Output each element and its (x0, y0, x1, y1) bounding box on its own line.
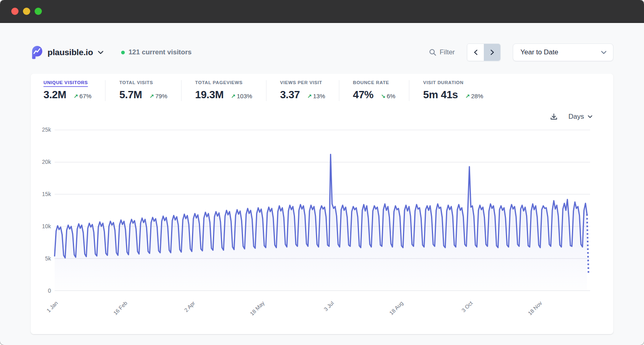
stat-label: VISIT DURATION (423, 80, 483, 85)
stat-change: 67% (79, 93, 91, 99)
partial-day-dotted-line (587, 214, 588, 274)
visitors-chart[interactable]: 05k10k15k20k25k 1 Jan16 Feb2 Apr18 May3 … (31, 124, 613, 325)
current-visitors[interactable]: 121 current visitors (121, 48, 192, 56)
stat-views-per-visit[interactable]: VIEWS PER VISIT 3.37 ↗13% (266, 80, 339, 101)
svg-text:18 Aug: 18 Aug (388, 300, 405, 316)
dashboard-header: plausible.io 121 current visitors Filter (31, 42, 613, 62)
chevron-down-icon (588, 115, 592, 118)
stat-change: 103% (237, 93, 252, 99)
stat-total-pageviews[interactable]: TOTAL PAGEVIEWS 19.3M ↗103% (182, 80, 266, 101)
close-button[interactable] (11, 8, 19, 15)
previous-period-button[interactable] (467, 44, 484, 61)
stat-label: BOUNCE RATE (353, 80, 396, 85)
stat-change: 28% (471, 93, 483, 99)
svg-text:3 Oct: 3 Oct (460, 300, 474, 313)
stat-visit-duration[interactable]: VISIT DURATION 5m 41s ↗28% (409, 80, 497, 101)
stat-unique-visitors[interactable]: UNIQUE VISITORS 3.2M ↗67% (43, 80, 105, 101)
svg-text:5k: 5k (45, 255, 51, 262)
analytics-card: UNIQUE VISITORS 3.2M ↗67% TOTAL VISITS 5… (31, 74, 613, 334)
date-range-picker[interactable]: Year to Date (513, 43, 613, 61)
search-icon (429, 49, 436, 56)
svg-text:3 Jul: 3 Jul (323, 300, 335, 312)
trend-up-icon: ↗ (149, 93, 154, 99)
stat-label: TOTAL PAGEVIEWS (195, 80, 252, 85)
date-range-label: Year to Date (520, 48, 558, 56)
chevron-down-icon (601, 51, 607, 54)
next-period-button[interactable] (484, 44, 500, 61)
svg-text:20k: 20k (42, 159, 51, 165)
filter-button[interactable]: Filter (429, 48, 455, 56)
svg-text:1 Jan: 1 Jan (45, 300, 59, 314)
svg-text:10k: 10k (42, 223, 51, 229)
stat-total-visits[interactable]: TOTAL VISITS 5.7M ↗79% (105, 80, 181, 101)
site-name: plausible.io (47, 48, 93, 57)
x-axis-labels: 1 Jan16 Feb2 Apr18 May3 Jul18 Aug3 Oct18… (45, 300, 543, 317)
current-visitors-label: 121 current visitors (128, 48, 192, 56)
interval-dropdown[interactable]: Days (568, 113, 592, 121)
stat-change: 79% (155, 93, 167, 99)
stat-label: UNIQUE VISITORS (43, 80, 91, 85)
svg-text:18 May: 18 May (249, 300, 266, 317)
live-dot-icon (121, 51, 125, 54)
minimize-button[interactable] (23, 8, 30, 15)
interval-label: Days (568, 113, 584, 121)
filter-label: Filter (440, 48, 455, 56)
date-nav (467, 43, 501, 61)
download-icon[interactable] (550, 113, 558, 121)
chart-controls: Days (31, 109, 613, 124)
window-titlebar (0, 0, 644, 23)
chevron-down-icon (98, 51, 103, 54)
stat-value: 3.37 (280, 89, 300, 101)
stat-value: 19.3M (195, 89, 224, 101)
trend-up-icon: ↗ (231, 93, 236, 99)
trend-up-icon: ↗ (307, 93, 312, 99)
stat-label: VIEWS PER VISIT (280, 80, 325, 85)
svg-text:15k: 15k (42, 191, 51, 197)
traffic-lights (11, 8, 42, 15)
site-selector[interactable]: plausible.io (31, 45, 103, 59)
zoom-button[interactable] (35, 8, 42, 15)
svg-text:0: 0 (48, 287, 51, 294)
stat-value: 47% (353, 89, 374, 101)
svg-text:2 Apr: 2 Apr (183, 300, 196, 313)
stat-value: 5.7M (119, 89, 142, 101)
svg-text:16 Feb: 16 Feb (112, 300, 128, 316)
stat-change: 6% (387, 93, 396, 99)
stat-change: 13% (313, 93, 325, 99)
stats-row: UNIQUE VISITORS 3.2M ↗67% TOTAL VISITS 5… (31, 74, 613, 108)
svg-text:18 Nov: 18 Nov (527, 300, 543, 316)
app-window: plausible.io 121 current visitors Filter (0, 0, 644, 345)
stat-bounce-rate[interactable]: BOUNCE RATE 47% ↘6% (339, 80, 410, 101)
y-axis-labels: 05k10k15k20k25k (42, 126, 51, 293)
trend-down-icon: ↘ (381, 93, 386, 99)
stat-label: TOTAL VISITS (119, 80, 167, 85)
trend-up-icon: ↗ (465, 93, 470, 99)
stat-value: 3.2M (43, 89, 66, 101)
plausible-logo (31, 45, 43, 59)
svg-text:25k: 25k (42, 126, 51, 133)
stat-value: 5m 41s (423, 89, 458, 101)
trend-up-icon: ↗ (74, 93, 78, 99)
